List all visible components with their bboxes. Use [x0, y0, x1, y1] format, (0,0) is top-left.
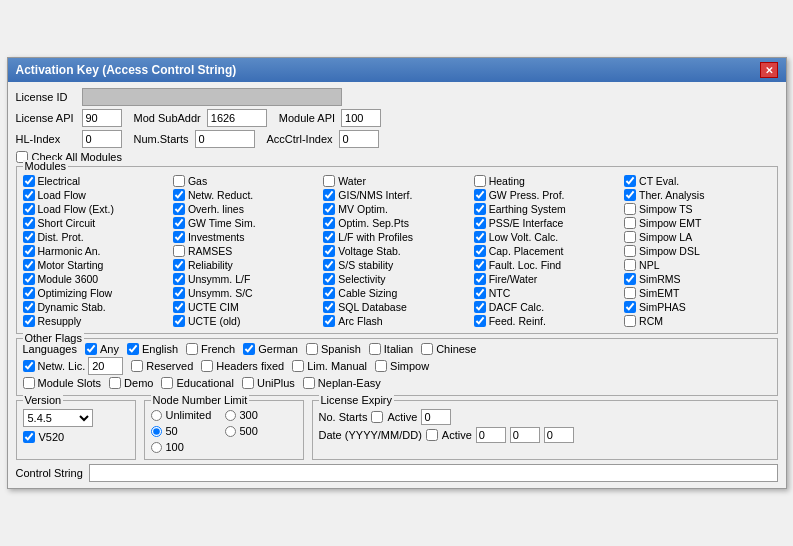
date-active-checkbox[interactable]	[426, 429, 438, 441]
simrms-checkbox[interactable]	[624, 273, 636, 285]
hl-index-input[interactable]	[82, 130, 122, 148]
headers-fixed-checkbox[interactable]	[201, 360, 213, 372]
license-id-row: License ID	[16, 88, 778, 106]
heating-checkbox[interactable]	[474, 175, 486, 187]
resupply-checkbox[interactable]	[23, 315, 35, 327]
load-flow-ext-checkbox[interactable]	[23, 203, 35, 215]
fault-loc-checkbox[interactable]	[474, 259, 486, 271]
module-3600-checkbox[interactable]	[23, 273, 35, 285]
french-checkbox[interactable]	[186, 343, 198, 355]
ther-analysis-checkbox[interactable]	[624, 189, 636, 201]
demo-checkbox[interactable]	[109, 377, 121, 389]
mod-subaddr-input[interactable]	[207, 109, 267, 127]
v520-checkbox[interactable]	[23, 431, 35, 443]
mv-optim-checkbox[interactable]	[323, 203, 335, 215]
no-starts-value-input[interactable]	[421, 409, 451, 425]
rcm-checkbox[interactable]	[624, 315, 636, 327]
voltage-stab-checkbox[interactable]	[323, 245, 335, 257]
chinese-checkbox[interactable]	[421, 343, 433, 355]
unsymm-lf-checkbox[interactable]	[173, 273, 185, 285]
date-val3-input[interactable]	[544, 427, 574, 443]
simpow-la-checkbox[interactable]	[624, 231, 636, 243]
optimizing-flow-checkbox[interactable]	[23, 287, 35, 299]
simpow-emt-checkbox[interactable]	[624, 217, 636, 229]
lim-manual-checkbox[interactable]	[292, 360, 304, 372]
ucte-cim-checkbox[interactable]	[173, 301, 185, 313]
investments-checkbox[interactable]	[173, 231, 185, 243]
load-flow-checkbox[interactable]	[23, 189, 35, 201]
electrical-checkbox[interactable]	[23, 175, 35, 187]
gw-time-sim-checkbox[interactable]	[173, 217, 185, 229]
english-checkbox[interactable]	[127, 343, 139, 355]
simpow-ts-checkbox[interactable]	[624, 203, 636, 215]
simpow-dsl-checkbox[interactable]	[624, 245, 636, 257]
module-api-input[interactable]	[341, 109, 381, 127]
license-api-input[interactable]	[82, 109, 122, 127]
modules-col1: Electrical Load Flow Load Flow (Ext.) Sh…	[23, 175, 169, 329]
500-radio[interactable]	[225, 426, 236, 437]
no-starts-active-checkbox[interactable]	[371, 411, 383, 423]
fire-water-checkbox[interactable]	[474, 273, 486, 285]
ramses-checkbox[interactable]	[173, 245, 185, 257]
sql-database-checkbox[interactable]	[323, 301, 335, 313]
gis-nms-checkbox[interactable]	[323, 189, 335, 201]
overh-lines-checkbox[interactable]	[173, 203, 185, 215]
simphas-checkbox[interactable]	[624, 301, 636, 313]
no-starts-label: No. Starts	[319, 411, 368, 423]
license-id-input[interactable]	[82, 88, 342, 106]
close-button[interactable]: ✕	[760, 62, 778, 78]
reserved-checkbox[interactable]	[131, 360, 143, 372]
motor-starting-checkbox[interactable]	[23, 259, 35, 271]
date-val2-input[interactable]	[510, 427, 540, 443]
educational-checkbox[interactable]	[161, 377, 173, 389]
300-radio[interactable]	[225, 410, 236, 421]
unlimited-radio[interactable]	[151, 410, 162, 421]
feed-reinf-checkbox[interactable]	[474, 315, 486, 327]
netw-lic-checkbox[interactable]	[23, 360, 35, 372]
unsymm-sc-checkbox[interactable]	[173, 287, 185, 299]
control-string-input[interactable]	[89, 464, 778, 482]
ucte-old-checkbox[interactable]	[173, 315, 185, 327]
100-radio[interactable]	[151, 442, 162, 453]
cable-sizing-checkbox[interactable]	[323, 287, 335, 299]
npl-checkbox[interactable]	[624, 259, 636, 271]
low-volt-checkbox[interactable]	[474, 231, 486, 243]
simpow-flag-checkbox[interactable]	[375, 360, 387, 372]
netw-lic-input[interactable]	[88, 357, 123, 375]
german-checkbox[interactable]	[243, 343, 255, 355]
dynamic-stab-checkbox[interactable]	[23, 301, 35, 313]
optim-sep-checkbox[interactable]	[323, 217, 335, 229]
any-checkbox[interactable]	[85, 343, 97, 355]
date-val1-input[interactable]	[476, 427, 506, 443]
ntc-checkbox[interactable]	[474, 287, 486, 299]
ct-eval-checkbox[interactable]	[624, 175, 636, 187]
italian-checkbox[interactable]	[369, 343, 381, 355]
neplan-easy-checkbox[interactable]	[303, 377, 315, 389]
module-slots-checkbox[interactable]	[23, 377, 35, 389]
cap-placement-checkbox[interactable]	[474, 245, 486, 257]
uniplus-checkbox[interactable]	[242, 377, 254, 389]
arc-flash-checkbox[interactable]	[323, 315, 335, 327]
earthing-checkbox[interactable]	[474, 203, 486, 215]
ss-stability-checkbox[interactable]	[323, 259, 335, 271]
version-select[interactable]: 5.4.5	[23, 409, 93, 427]
water-checkbox[interactable]	[323, 175, 335, 187]
lf-profiles-checkbox[interactable]	[323, 231, 335, 243]
unlimited-option: Unlimited	[151, 409, 223, 421]
psse-checkbox[interactable]	[474, 217, 486, 229]
netw-reduct-checkbox[interactable]	[173, 189, 185, 201]
simemt-checkbox[interactable]	[624, 287, 636, 299]
num-starts-input[interactable]	[195, 130, 255, 148]
gw-press-checkbox[interactable]	[474, 189, 486, 201]
list-item: Harmonic An.	[23, 245, 169, 257]
short-circuit-checkbox[interactable]	[23, 217, 35, 229]
dacf-calc-checkbox[interactable]	[474, 301, 486, 313]
acc-ctrl-input[interactable]	[339, 130, 379, 148]
50-radio[interactable]	[151, 426, 162, 437]
selectivity-checkbox[interactable]	[323, 273, 335, 285]
harmonic-an-checkbox[interactable]	[23, 245, 35, 257]
dist-prot-checkbox[interactable]	[23, 231, 35, 243]
spanish-checkbox[interactable]	[306, 343, 318, 355]
gas-checkbox[interactable]	[173, 175, 185, 187]
reliability-checkbox[interactable]	[173, 259, 185, 271]
